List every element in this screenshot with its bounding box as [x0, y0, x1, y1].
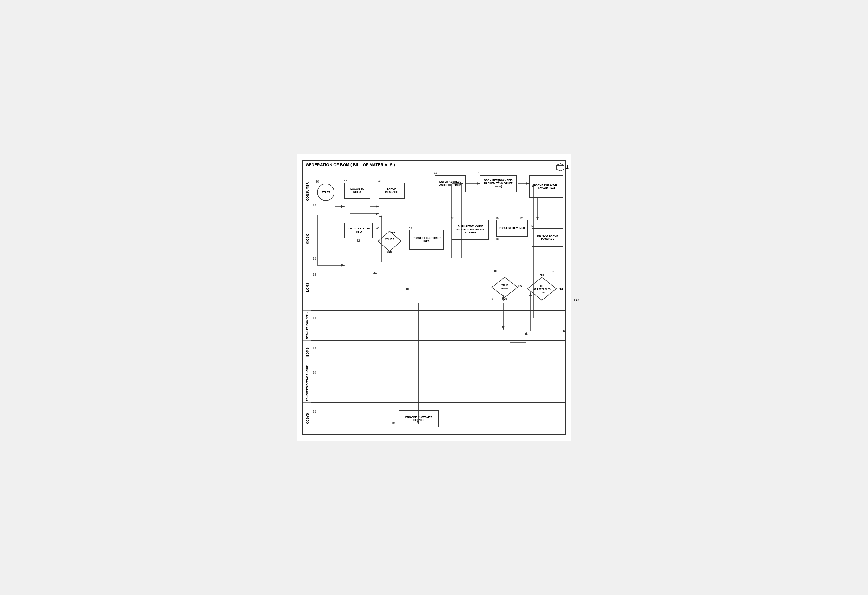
ref-54: 54 [520, 216, 524, 219]
svg-text:BOX: BOX [540, 285, 544, 287]
validate-logon-node: VALDATE LOGON INFO [344, 223, 373, 238]
ref-38: 38 [409, 226, 412, 229]
display-welcome-node: DISPLAY WELCOME MESSAGE AND KIOSK SCREEN [452, 220, 489, 240]
ref-16: 16 [313, 316, 316, 320]
error-invalid-node: ERROR MESSAGE - INVALID ITEM [529, 175, 563, 198]
ref-40: 40 [392, 422, 395, 425]
consumer-content: START 30 10 LOGON TO KIOSK 32 ERROR MESS… [311, 169, 565, 214]
svg-text:VALID: VALID [501, 284, 508, 286]
loms-lane: LOMS 14 VALID ITEM? NO YES [303, 264, 565, 311]
ref-44: 44 [434, 172, 437, 175]
svg-text:OR PREPACKED: OR PREPACKED [533, 288, 551, 290]
ref-10: 10 [313, 204, 316, 207]
loms-label: LOMS [303, 264, 311, 310]
ref-12: 12 [313, 257, 316, 260]
ref-46: 46 [496, 216, 499, 219]
logon-to-kiosk-node: LOGON TO KIOSK [344, 183, 370, 198]
box-prepacked-diamond: BOX OR PREPACKED ITEM? YES NO [526, 276, 558, 302]
equest-label: EQUEST PB RATING ENGINE [303, 364, 311, 403]
ref-56: 56 [551, 269, 554, 273]
ref-37: 37 [478, 172, 481, 175]
edms-content: 18 [311, 340, 565, 364]
equest-lane: EQUEST PB RATING ENGINE 20 [303, 364, 565, 403]
kiosk-lane: KIOSK 12 VALDATE LOGON INFO 32 VALID? [303, 214, 565, 264]
right-arrow: → [559, 286, 564, 290]
display-error-node: DISPLAY ERROR MASSAGE [532, 228, 563, 247]
retailer-content: 16 [311, 311, 565, 340]
ref-14: 14 [313, 273, 316, 276]
provide-customer-details-node: PROVIDE CUSTOMER DETAILS [399, 410, 439, 427]
ref-42: 42 [451, 216, 454, 219]
ref-22: 22 [313, 410, 316, 413]
consumer-lane: CONSUMER START 30 10 LOGON TO KIOSK 3 [303, 169, 565, 214]
equest-content: 20 [311, 364, 565, 403]
error-message-node: ERROR MESSAGE [379, 183, 404, 198]
request-item-info-node: REQUEST ITEM INFO [496, 220, 528, 237]
ref-18: 18 [313, 346, 316, 349]
consumer-label: CONSUMER [303, 169, 311, 214]
ref-34-consumer: 34 [378, 179, 381, 182]
edms-lane: EDMS 18 [303, 340, 565, 364]
ref-20: 20 [313, 371, 316, 374]
svg-text:ITEM?: ITEM? [501, 287, 508, 290]
kiosk-label: KIOSK [303, 214, 311, 264]
enter-address-node: ENTER ADDRESS AND OTHER INFO [435, 175, 466, 192]
ref-52: 52 [531, 225, 534, 228]
ccsys-label: CCSYS [303, 403, 311, 434]
loms-content: 14 VALID ITEM? NO YES 50 [311, 264, 565, 310]
retailer-label: RETAILER POS APPL. [303, 311, 311, 340]
ref-32: 32 [344, 179, 347, 182]
edms-label: EDMS [303, 340, 311, 364]
ccsys-content: 22 40 PROVIDE CUSTOMER DETAILS [311, 403, 565, 434]
ref-32b: 32 [357, 239, 360, 242]
ref-30: 30 [316, 180, 319, 184]
scan-item-node: SCAN ITEM(BOX / PRE-PACKED ITEM / OTHER … [480, 175, 517, 192]
to-label: TO [573, 298, 579, 302]
ref-50: 50 [490, 298, 493, 300]
svg-text:VALID?: VALID? [385, 238, 394, 241]
svg-marker-0 [378, 231, 401, 251]
request-customer-info-node: REQUEST CUSTOMER INFO [409, 230, 444, 250]
kiosk-content: 12 VALDATE LOGON INFO 32 VALID? [311, 214, 565, 264]
figure-number: 1 [556, 163, 568, 172]
diagram-inner: CONSUMER START 30 10 LOGON TO KIOSK 3 [303, 169, 565, 435]
retailer-lane: RETAILER POS APPL. 16 [303, 311, 565, 341]
ref-36: 36 [376, 226, 379, 229]
start-node: START [317, 184, 334, 201]
ref-48: 48 [496, 237, 499, 241]
svg-text:ITEM?: ITEM? [539, 291, 545, 294]
valid-diamond: VALID? NO YES [377, 230, 403, 253]
diagram-container: GENERATION OF BOM ( BILL OF MATERIALS ) … [302, 160, 566, 435]
diagram-title: GENERATION OF BOM ( BILL OF MATERIALS ) [303, 161, 565, 169]
page: GENERATION OF BOM ( BILL OF MATERIALS ) … [297, 154, 571, 441]
valid-item-diamond: VALID ITEM? NO YES [490, 276, 519, 299]
ccsys-lane: CCSYS 22 40 PROVIDE CUSTOMER DETAILS [303, 403, 565, 434]
